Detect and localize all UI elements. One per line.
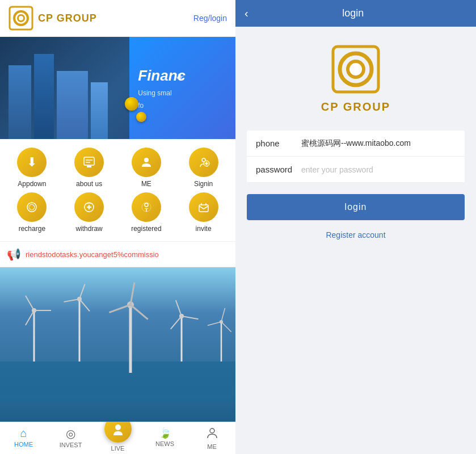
svg-line-46 [109, 305, 130, 313]
svg-point-58 [210, 428, 214, 433]
svg-line-41 [64, 299, 79, 302]
svg-rect-7 [87, 166, 91, 167]
logo-icon [9, 6, 33, 31]
svg-line-56 [208, 322, 221, 325]
logo-area: CP GROUP [9, 6, 97, 31]
about-label: about us [76, 180, 102, 188]
left-header: CP GROUP Reg/login [0, 0, 235, 37]
ticker-icon: 📢 [7, 247, 21, 261]
home-icon: ⌂ [20, 427, 27, 440]
svg-line-50 [182, 316, 199, 319]
right-panel: ‹ login CP GROUP phone password login [235, 0, 476, 454]
svg-point-57 [115, 424, 121, 430]
recharge-label: recharge [19, 225, 45, 233]
svg-line-51 [171, 316, 182, 329]
live-label: LIVE [111, 445, 125, 452]
banner: Financ Using smal fo ✈ [0, 37, 235, 139]
invest-icon: ◎ [66, 427, 75, 440]
ticker-text: riendstodotasks.youcanget5%commissio [26, 250, 159, 259]
right-title: login [255, 7, 451, 19]
icon-recharge[interactable]: recharge [6, 192, 58, 233]
ticker-bar: 📢 riendstodotasks.youcanget5%commissio [0, 241, 235, 267]
building-1 [9, 65, 31, 139]
svg-line-55 [221, 322, 231, 332]
svg-line-17 [33, 208, 34, 209]
login-logo-icon [330, 44, 381, 95]
icon-registered[interactable]: registered [120, 192, 173, 233]
me-label: ME [141, 180, 151, 188]
left-panel: CP GROUP Reg/login Financ Using smal fo … [0, 0, 235, 454]
icon-invite[interactable]: invite [177, 192, 230, 233]
coin-2 [136, 112, 146, 122]
svg-point-24 [145, 203, 148, 207]
svg-line-40 [79, 299, 90, 311]
nav-live[interactable]: LIVE [94, 427, 141, 452]
about-circle [74, 148, 104, 177]
login-logo-text: CP GROUP [321, 100, 390, 114]
icon-signin[interactable]: Signin [177, 148, 230, 188]
home-label: HOME [14, 441, 33, 448]
left-logo-text: CP GROUP [38, 12, 97, 24]
password-row: password [247, 157, 465, 183]
invite-circle [189, 192, 218, 222]
building-3 [57, 71, 88, 139]
icon-me[interactable]: ME [120, 148, 173, 188]
login-button[interactable]: login [247, 194, 465, 220]
signin-circle [189, 148, 218, 177]
password-label: password [256, 165, 301, 174]
withdraw-circle [74, 192, 104, 222]
svg-point-3 [19, 16, 23, 20]
nav-me[interactable]: ME [188, 427, 235, 452]
svg-line-19 [33, 205, 34, 206]
nav-news[interactable]: 🍃 NEWS [141, 427, 188, 452]
bottom-nav: ⌂ HOME ◎ INVEST LIVE 🍃 NEWS [0, 422, 235, 454]
news-icon: 🍃 [159, 427, 171, 439]
login-logo-container: CP GROUP [321, 44, 390, 114]
icon-withdraw[interactable]: withdraw [63, 192, 116, 233]
me-nav-label: ME [207, 443, 217, 450]
svg-line-54 [221, 308, 225, 322]
svg-point-14 [27, 203, 36, 212]
svg-line-16 [30, 205, 31, 206]
svg-point-9 [144, 158, 149, 162]
svg-line-49 [176, 300, 182, 316]
svg-line-18 [30, 208, 31, 209]
nav-invest[interactable]: ◎ INVEST [47, 427, 94, 452]
svg-line-36 [26, 310, 34, 325]
right-header: ‹ login [235, 0, 476, 27]
svg-line-39 [79, 284, 85, 299]
bottom-image [0, 267, 235, 422]
signin-label: Signin [194, 180, 213, 188]
svg-point-23 [87, 205, 91, 209]
building-4 [91, 82, 108, 139]
phone-input[interactable] [301, 139, 456, 148]
appdown-label: Appdown [18, 180, 46, 188]
invite-label: invite [196, 225, 212, 233]
reg-login-button[interactable]: Reg/login [193, 14, 227, 23]
banner-sub-text1: Using smal [138, 89, 227, 97]
icon-about[interactable]: about us [63, 148, 116, 188]
recharge-circle [17, 192, 47, 222]
password-input[interactable] [301, 165, 456, 174]
icon-grid: ⬇ Appdown about us ME [0, 139, 235, 241]
me-nav-icon [206, 427, 218, 442]
me-circle [132, 148, 161, 177]
svg-line-34 [26, 296, 34, 310]
icon-appdown[interactable]: ⬇ Appdown [6, 148, 58, 188]
registered-circle [132, 192, 161, 222]
withdraw-label: withdraw [75, 225, 102, 233]
building-2 [34, 54, 54, 139]
appdown-circle: ⬇ [17, 148, 47, 177]
svg-line-45 [130, 305, 148, 320]
nav-home[interactable]: ⌂ HOME [0, 427, 47, 452]
svg-rect-4 [84, 157, 94, 165]
news-label: NEWS [155, 440, 174, 447]
coin-1 [125, 97, 138, 111]
phone-label: phone [256, 138, 301, 148]
svg-point-62 [349, 63, 362, 75]
right-content: CP GROUP phone password login Register a… [235, 27, 476, 454]
register-account-link[interactable]: Register account [326, 230, 385, 239]
back-button[interactable]: ‹ [245, 7, 248, 20]
registered-label: registered [131, 225, 161, 233]
svg-rect-28 [199, 205, 208, 212]
